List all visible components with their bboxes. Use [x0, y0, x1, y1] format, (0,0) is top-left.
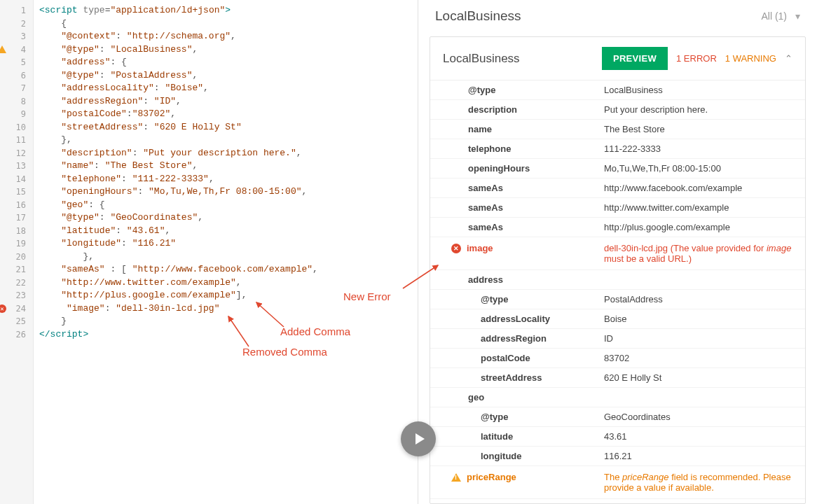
property-key: longitude — [443, 451, 604, 461]
code-line[interactable]: "openingHours": "Mo,Tu,We,Th,Fr 08:00-15… — [39, 186, 418, 199]
property-row[interactable]: ✕imagedell-30in-lcd.jpg (The value provi… — [430, 237, 805, 270]
line-number: 11 — [0, 134, 33, 147]
code-line[interactable]: </script> — [39, 328, 418, 342]
code-line[interactable]: "description": "Put your description her… — [39, 147, 418, 160]
property-list: @typeLocalBusinessdescriptionPut your de… — [430, 80, 805, 499]
property-key: @type — [443, 294, 604, 304]
code-line[interactable]: "telephone": "111-222-3333", — [39, 173, 418, 186]
property-row[interactable]: @typeLocalBusiness — [430, 80, 805, 100]
property-value: http://plus.google.com/example — [604, 222, 792, 232]
property-key: latitude — [443, 431, 604, 442]
code-line[interactable]: "streetAddress": "620 E Holly St" — [39, 121, 418, 134]
results-filter-dropdown[interactable]: All (1) ▾ — [761, 10, 800, 22]
property-key: @type — [443, 412, 604, 422]
property-key: address — [443, 274, 604, 285]
property-value: dell-30in-lcd.jpg (The value provided fo… — [604, 243, 792, 264]
line-number: 26 — [0, 328, 33, 342]
property-value: Boise — [604, 314, 792, 324]
chevron-up-icon[interactable]: ⌃ — [785, 53, 792, 64]
property-row[interactable]: geo — [430, 388, 805, 407]
property-value: http://www.facebook.com/example — [604, 183, 792, 193]
code-line[interactable]: "geo": { — [39, 199, 418, 212]
code-line[interactable]: "address": { — [39, 56, 418, 69]
line-number: 13 — [0, 160, 33, 173]
line-number: 19 — [0, 237, 33, 251]
code-line[interactable]: "http://www.twitter.com/example", — [39, 276, 418, 290]
line-number: 2 — [0, 18, 33, 31]
preview-button[interactable]: PREVIEW — [602, 47, 668, 70]
property-row[interactable]: openingHoursMo,Tu,We,Th,Fr 08:00-15:00 — [430, 159, 805, 178]
property-key: addressLocality — [443, 314, 604, 324]
property-key: ✕image — [443, 243, 604, 253]
property-key: priceRange — [443, 472, 604, 482]
property-row[interactable]: @typeGeoCoordinates — [430, 407, 805, 427]
property-value: LocalBusiness — [604, 85, 792, 95]
property-key: description — [443, 104, 604, 115]
property-row[interactable]: address — [430, 270, 805, 290]
code-line[interactable]: } — [39, 315, 418, 328]
property-value: ID — [604, 333, 792, 344]
results-header: LocalBusiness All (1) ▾ — [418, 0, 817, 31]
property-key: streetAddress — [443, 372, 604, 383]
code-line[interactable]: "@context": "http://schema.org", — [39, 30, 418, 43]
warning-triangle-icon — [0, 46, 6, 53]
code-line[interactable]: "addressLocality": "Boise", — [39, 82, 418, 95]
property-row[interactable]: streetAddress620 E Holly St — [430, 368, 805, 388]
property-row[interactable]: longitude116.21 — [430, 447, 805, 466]
property-row[interactable]: priceRangeThe priceRange field is recomm… — [430, 466, 805, 499]
error-circle-icon: ✕ — [0, 304, 6, 313]
error-count-badge[interactable]: 1 ERROR — [676, 53, 717, 64]
code-content[interactable]: <script type="application/ld+json"> { "@… — [34, 0, 418, 504]
property-row[interactable]: sameAshttp://plus.google.com/example — [430, 218, 805, 237]
code-line[interactable]: }, — [39, 251, 418, 264]
property-row[interactable]: descriptionPut your description here. — [430, 100, 805, 120]
property-value: 620 E Holly St — [604, 372, 792, 383]
property-row[interactable]: sameAshttp://www.twitter.com/example — [430, 198, 805, 218]
property-row[interactable]: postalCode83702 — [430, 349, 805, 368]
line-number: 20 — [0, 251, 33, 264]
code-line[interactable]: "image": "dell-30in-lcd.jpg" — [39, 302, 418, 316]
property-row[interactable]: @typePostalAddress — [430, 290, 805, 309]
code-line[interactable]: "sameAs" : [ "http://www.facebook.com/ex… — [39, 263, 418, 276]
property-value: http://www.twitter.com/example — [604, 202, 792, 213]
code-line[interactable]: "postalCode":"83702", — [39, 108, 418, 121]
code-line[interactable]: { — [39, 18, 418, 31]
play-button[interactable] — [401, 421, 436, 456]
code-editor[interactable]: 123456789101112131415161718192021222324✕… — [0, 0, 418, 504]
code-line[interactable]: "addressRegion": "ID", — [39, 95, 418, 108]
card-header: LocalBusiness PREVIEW 1 ERROR 1 WARNING … — [430, 37, 805, 80]
property-key: openingHours — [443, 163, 604, 174]
property-key: sameAs — [443, 222, 604, 232]
code-line[interactable]: "@type": "GeoCoordinates", — [39, 211, 418, 225]
line-number: 22 — [0, 276, 33, 290]
property-key: addressRegion — [443, 333, 604, 344]
property-value: 83702 — [604, 353, 792, 363]
property-value: The priceRange field is recommended. Ple… — [604, 472, 792, 493]
line-number: 14 — [0, 173, 33, 186]
line-number: 1 — [0, 4, 33, 18]
property-row[interactable]: telephone111-222-3333 — [430, 139, 805, 159]
code-line[interactable]: "http://plus.google.com/example"], — [39, 289, 418, 302]
code-line[interactable]: "@type": "PostalAddress", — [39, 69, 418, 83]
property-row[interactable]: nameThe Best Store — [430, 120, 805, 139]
code-line[interactable]: "longitude": "116.21" — [39, 237, 418, 251]
code-line[interactable]: <script type="application/ld+json"> — [39, 4, 418, 18]
property-value: 111-222-3333 — [604, 144, 792, 154]
code-line[interactable]: "name": "The Best Store", — [39, 160, 418, 173]
property-row[interactable]: addressRegionID — [430, 329, 805, 349]
property-row[interactable]: latitude43.61 — [430, 427, 805, 447]
warning-count-badge[interactable]: 1 WARNING — [725, 53, 776, 64]
line-number: 5 — [0, 56, 33, 69]
property-row[interactable]: sameAshttp://www.facebook.com/example — [430, 178, 805, 198]
property-key: sameAs — [443, 202, 604, 213]
line-number: 23 — [0, 289, 33, 302]
code-line[interactable]: }, — [39, 134, 418, 147]
property-row[interactable]: addressLocalityBoise — [430, 309, 805, 329]
property-value: GeoCoordinates — [604, 412, 792, 422]
line-number: 3 — [0, 30, 33, 43]
line-number: 12 — [0, 147, 33, 160]
results-panel: LocalBusiness All (1) ▾ LocalBusiness PR… — [418, 0, 817, 504]
code-line[interactable]: "latitude": "43.61", — [39, 225, 418, 238]
code-line[interactable]: "@type": "LocalBusiness", — [39, 43, 418, 57]
warning-triangle-icon — [451, 473, 461, 482]
